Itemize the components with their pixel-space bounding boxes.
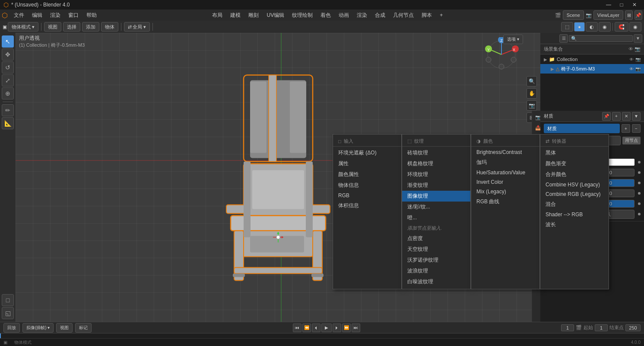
outliner-eye-icon[interactable]: 👁 <box>628 46 633 52</box>
tool-move[interactable]: ✥ <box>2 48 14 61</box>
workspace-animation[interactable]: 动画 <box>335 11 352 20</box>
props-pin-btn[interactable]: 📌 <box>602 112 611 121</box>
workspace-layout[interactable]: 布局 <box>209 11 226 20</box>
tool-rotate[interactable]: ↺ <box>2 61 14 74</box>
ctx-brightness-contrast[interactable]: Brightness/Contrast <box>471 147 539 157</box>
ctx-rgb-curves[interactable]: RGB 曲线 <box>471 196 539 207</box>
ctx-mix-legacy[interactable]: Mix (Legacy) <box>471 187 539 196</box>
pb-jump-start[interactable]: ⏮ <box>293 324 301 332</box>
ctx-ao[interactable]: 环境光遮蔽 (ΔO) <box>333 147 401 158</box>
menu-file[interactable]: 文件 <box>10 11 28 20</box>
current-frame[interactable]: 1 <box>561 324 574 331</box>
ctx-rgb[interactable]: RGB <box>333 191 401 200</box>
timeline-marker-menu[interactable]: 标记 <box>75 323 92 333</box>
ctx-blackbody[interactable]: 黑体 <box>540 147 609 158</box>
viewport-options-btn[interactable]: 选项 ▾ <box>503 35 523 44</box>
outliner-render-icon[interactable]: 📷 <box>634 46 641 52</box>
outliner-mesh-item[interactable]: ▶ △ 椅子-0.5mm-M3 👁 📷 <box>540 64 644 74</box>
timeline-playback-menu[interactable]: 回放 <box>3 323 20 333</box>
ctx-point-density[interactable]: 点密度 <box>402 233 470 244</box>
ctx-shader-rgb[interactable]: Shader --> RGB <box>540 210 609 219</box>
material-remove-btn[interactable]: − <box>632 124 641 133</box>
tool-cursor[interactable]: ↖ <box>2 35 14 48</box>
start-frame-input[interactable]: 1 <box>595 324 608 331</box>
outliner-icon[interactable]: ☰ <box>559 34 568 43</box>
ctx-sky[interactable]: 天空纹理 <box>402 244 470 255</box>
ctx-attribute[interactable]: 属性 <box>333 158 401 169</box>
ctx-obj-info[interactable]: 物体信息 <box>333 180 401 191</box>
workspace-shading[interactable]: 着色 <box>317 11 334 20</box>
vp-camera[interactable]: 📷 <box>527 100 537 111</box>
tool-extra-2[interactable]: ◱ <box>2 307 14 319</box>
outliner-filter-icon[interactable]: ▼ <box>634 34 642 43</box>
view-menu-btn[interactable]: 视图 <box>44 22 61 32</box>
maximize-button[interactable]: □ <box>615 0 628 10</box>
workspace-add[interactable]: + <box>436 11 446 19</box>
viewlayer-selector[interactable]: ViewLayer <box>593 10 623 20</box>
pb-jump-end[interactable]: ⏭ <box>352 324 360 332</box>
add-menu-btn[interactable]: 添加 <box>82 22 99 32</box>
viewport-shading-solid[interactable]: ● <box>574 22 585 32</box>
props-remove-btn[interactable]: ✕ <box>622 112 631 121</box>
ctx-vol-info[interactable]: 体积信息 <box>333 200 401 211</box>
ctx-voronoi[interactable]: 沃罗诺伊纹理 <box>402 255 470 266</box>
object-mode-selector[interactable]: 物体模式 ▾ <box>8 22 38 32</box>
tool-extra-1[interactable]: □ <box>2 294 14 306</box>
ctx-gamma[interactable]: 伽玛 <box>471 157 539 168</box>
workspace-modeling[interactable]: 建模 <box>227 11 244 20</box>
ctx-combine-rgb[interactable]: Combine RGB (Legacy) <box>540 189 609 199</box>
object-menu-btn[interactable]: 物体 <box>101 22 118 32</box>
menu-render[interactable]: 渲染 <box>47 11 64 20</box>
props-add-btn[interactable]: + <box>612 112 621 121</box>
pb-prev-keyframe[interactable]: ⏪ <box>302 324 311 332</box>
menu-edit[interactable]: 编辑 <box>29 11 46 20</box>
workspace-geometry-nodes[interactable]: 几何节点 <box>390 11 417 20</box>
ctx-brick[interactable]: 砖墙纹理 <box>402 147 470 158</box>
collection-eye[interactable]: 👁 <box>629 57 634 62</box>
pb-play[interactable]: ▶ <box>321 324 332 332</box>
snap-btn[interactable]: 🧲 <box>615 22 628 32</box>
timeline-view-menu[interactable]: 视图 <box>56 323 73 333</box>
menu-window[interactable]: 窗口 <box>65 11 82 20</box>
outliner-collection[interactable]: ▶ 📁 Collection 👁 📷 <box>540 54 644 64</box>
pb-step-forward[interactable]: ⏵ <box>333 324 341 332</box>
select-menu-btn[interactable]: 选择 <box>63 22 80 32</box>
use-nodes-btn[interactable]: 用节点 <box>622 137 641 144</box>
workspace-texture-paint[interactable]: 纹理绘制 <box>289 11 316 20</box>
ctx-color-ramp[interactable]: 颜色渐变 <box>540 158 609 169</box>
viewport-shading-render[interactable]: ◉ <box>599 22 611 32</box>
viewport-shading-material[interactable]: ◐ <box>586 22 598 32</box>
ctx-color-attr[interactable]: 颜色属性 <box>333 169 401 180</box>
tool-measure[interactable]: 📐 <box>2 117 14 129</box>
ctx-gradient[interactable]: 渐变纹理 <box>402 180 470 191</box>
scene-selector[interactable]: Scene <box>563 10 584 20</box>
mesh-eye[interactable]: 👁 <box>629 67 634 71</box>
ctx-white-noise[interactable]: 白噪波纹理 <box>402 276 470 287</box>
ctx-checker[interactable]: 棋盘格纹理 <box>402 158 470 169</box>
ctx-invert[interactable]: Invert Color <box>471 177 539 187</box>
workspace-rendering[interactable]: 渲染 <box>353 11 371 20</box>
props-menu-btn[interactable]: ▼ <box>632 112 641 121</box>
global-selector[interactable]: ⇄ 全局 ▾ <box>124 22 150 32</box>
ctx-env[interactable]: 环境纹理 <box>402 169 470 180</box>
viewport-shading-wire[interactable]: ⬚ <box>561 22 573 32</box>
ctx-magic[interactable]: 迷/彩/纹... <box>402 202 470 212</box>
material-slot[interactable]: 材质 <box>544 124 620 133</box>
minimize-button[interactable]: — <box>603 0 615 10</box>
proportional-edit-btn[interactable]: ◉ <box>629 22 641 32</box>
pb-next-keyframe[interactable]: ⏩ <box>342 324 351 332</box>
workspace-compositing[interactable]: 合成 <box>371 11 389 20</box>
tool-scale[interactable]: ⤢ <box>2 74 14 86</box>
ctx-combine-color[interactable]: 合并颜色 <box>540 169 609 180</box>
mesh-render[interactable]: 📷 <box>635 67 641 71</box>
close-button[interactable]: ✕ <box>628 0 641 10</box>
pb-step-back[interactable]: ⏴ <box>312 324 320 332</box>
material-add-btn[interactable]: + <box>622 124 630 133</box>
vp-hand[interactable]: ✋ <box>527 88 537 99</box>
ctx-hue-sat[interactable]: Hue/Saturation/Value <box>471 168 539 177</box>
workspace-uv[interactable]: UV编辑 <box>263 11 288 20</box>
vp-zoom-in[interactable]: 🔍 <box>527 76 537 86</box>
tool-annotate[interactable]: ✏ <box>2 104 14 116</box>
ctx-wave[interactable]: 波浪纹理 <box>402 266 470 276</box>
scene-extra-btn[interactable]: ⊞ <box>625 10 633 20</box>
